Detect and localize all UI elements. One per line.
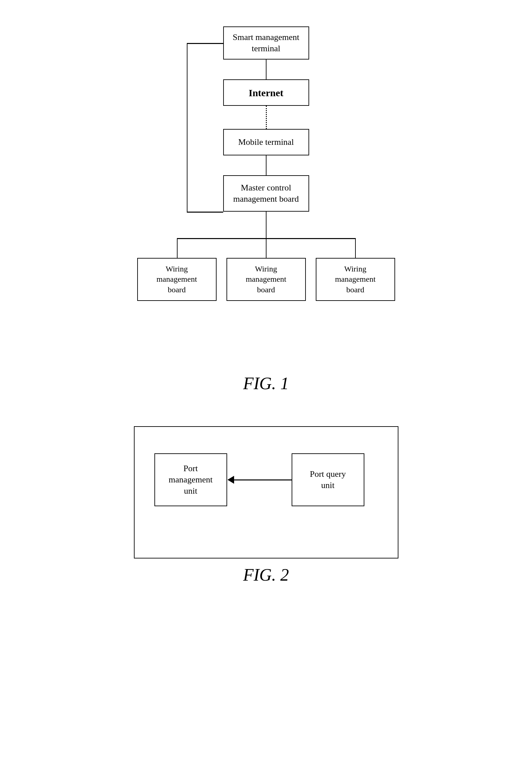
drop-right-wiring — [355, 238, 356, 258]
arrow-head — [227, 476, 234, 484]
wiring-board-left: Wiringmanagementboard — [137, 258, 217, 301]
left-bracket-top-h — [187, 43, 223, 44]
arrow-line — [234, 479, 292, 481]
wiring-board-middle: Wiringmanagementboard — [226, 258, 306, 301]
fig1-label: FIG. 1 — [243, 374, 289, 393]
connector-master-to-branch — [266, 212, 267, 238]
left-bracket-line — [187, 43, 188, 212]
port-management-box: Portmanagementunit — [154, 453, 227, 506]
master-control-label: Master controlmanagement board — [233, 182, 299, 205]
mobile-terminal-label: Mobile terminal — [238, 137, 294, 148]
master-control-box: Master controlmanagement board — [223, 175, 309, 212]
dotted-connector-internet-to-mobile — [266, 106, 267, 129]
wiring-board-left-label: Wiringmanagementboard — [156, 264, 197, 295]
drop-left-wiring — [177, 238, 178, 258]
fig1-container: Smart managementterminal Internet Mobile… — [0, 20, 532, 410]
port-management-label: Portmanagementunit — [169, 463, 213, 496]
diagram2: Portmanagementunit Port queryunit — [134, 426, 398, 559]
port-query-box: Port queryunit — [292, 453, 364, 506]
internet-box: Internet — [223, 79, 309, 106]
mobile-terminal-box: Mobile terminal — [223, 129, 309, 155]
port-query-label: Port queryunit — [310, 468, 346, 491]
diagram1: Smart managementterminal Internet Mobile… — [134, 20, 398, 367]
smart-management-terminal-box: Smart managementterminal — [223, 27, 309, 60]
wiring-board-right: Wiringmanagementboard — [316, 258, 395, 301]
drop-middle-wiring — [266, 238, 267, 258]
page: Smart managementterminal Internet Mobile… — [0, 0, 532, 782]
fig2-label: FIG. 2 — [243, 565, 289, 584]
internet-label: Internet — [249, 86, 283, 99]
smart-management-terminal-label: Smart managementterminal — [233, 32, 299, 54]
left-bracket-bottom-h — [187, 212, 223, 213]
connector-smart-to-internet — [266, 60, 267, 79]
wiring-board-right-label: Wiringmanagementboard — [335, 264, 376, 295]
fig2-container: Portmanagementunit Port queryunit FIG. 2 — [0, 426, 532, 601]
connector-mobile-to-master — [266, 155, 267, 175]
wiring-board-middle-label: Wiringmanagementboard — [246, 264, 286, 295]
